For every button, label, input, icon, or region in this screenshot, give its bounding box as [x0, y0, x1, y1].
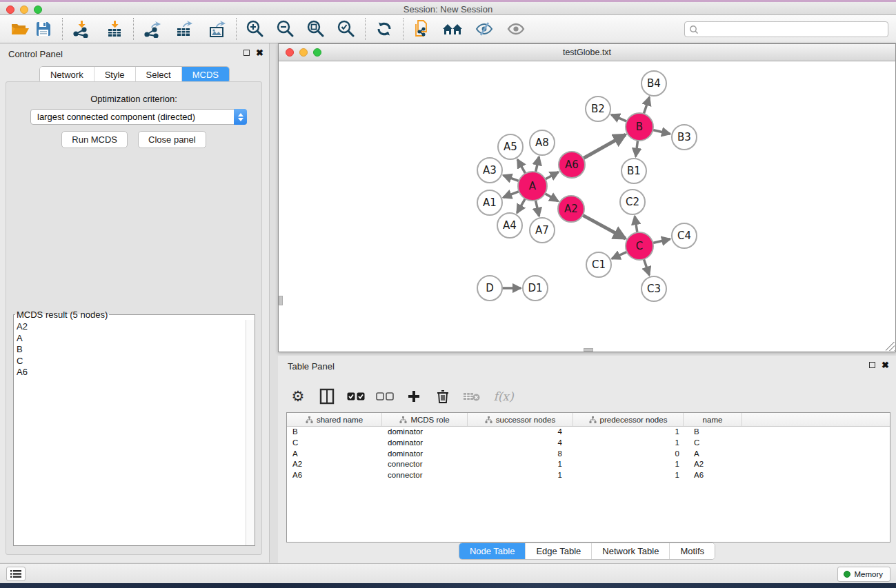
graph-node-B3[interactable]: B3 [672, 125, 697, 150]
graph-node-C2[interactable]: C2 [620, 190, 645, 214]
tab-select[interactable]: Select [135, 67, 181, 83]
edge-C-C3[interactable] [644, 259, 649, 275]
export-image-button[interactable] [206, 17, 229, 41]
edge-A-A5[interactable] [517, 159, 525, 173]
tab-network[interactable]: Network [40, 67, 94, 83]
tab-style[interactable]: Style [94, 67, 135, 83]
graph-node-B1[interactable]: B1 [621, 159, 646, 183]
show-details-button[interactable] [504, 17, 528, 41]
export-table-button[interactable] [172, 17, 196, 41]
float-panel-icon[interactable] [243, 50, 250, 56]
graph-node-B2[interactable]: B2 [586, 97, 610, 121]
graph-node-A[interactable]: A [518, 172, 547, 201]
horizontal-scroll-thumb[interactable] [584, 348, 593, 352]
graph-node-A8[interactable]: A8 [530, 130, 555, 155]
optimization-criterion-select[interactable]: largest connected component (directed) [30, 109, 247, 125]
edge-A-A2[interactable] [545, 194, 558, 201]
result-list-item[interactable]: B [17, 344, 246, 356]
edge-A6-B[interactable] [584, 134, 626, 158]
zoom-fit-button[interactable] [304, 17, 328, 41]
graph-node-A4[interactable]: A4 [497, 213, 522, 238]
edge-A-A8[interactable] [536, 156, 539, 172]
open-session-button[interactable] [8, 17, 32, 41]
edge-A-A6[interactable] [545, 172, 558, 179]
edge-C-C1[interactable] [612, 252, 627, 258]
search-input[interactable] [699, 25, 888, 34]
result-list-item[interactable]: A [17, 333, 246, 345]
edge-B-B3[interactable] [653, 130, 670, 134]
table-row[interactable]: Adominator80A [287, 449, 890, 460]
deselect-all-rows-button[interactable] [376, 387, 394, 405]
memory-button[interactable]: Memory [837, 567, 890, 582]
float-table-panel-icon[interactable] [869, 362, 875, 368]
table-row[interactable]: A6connector11A6 [287, 470, 890, 481]
column-header-MCDS-role[interactable]: MCDS role [382, 413, 468, 426]
graph-node-C1[interactable]: C1 [586, 252, 611, 277]
table-row[interactable]: A2connector11A2 [287, 459, 890, 470]
graph-node-D[interactable]: D [477, 276, 502, 301]
graph-node-B[interactable]: B [626, 113, 653, 141]
result-list-item[interactable]: C [17, 356, 246, 367]
column-header-shared-name[interactable]: shared name [287, 413, 382, 426]
edge-C-C4[interactable] [653, 239, 670, 243]
edge-B-B2[interactable] [611, 114, 626, 121]
zoom-out-button[interactable] [274, 17, 297, 41]
graph-node-A1[interactable]: A1 [477, 190, 502, 215]
graph-node-C3[interactable]: C3 [641, 276, 666, 301]
tab-network-table[interactable]: Network Table [591, 543, 669, 559]
task-history-button[interactable] [6, 567, 26, 581]
result-list-item[interactable]: A2 [17, 321, 246, 333]
select-all-rows-button[interactable] [347, 387, 365, 405]
delete-table-button[interactable] [463, 387, 481, 405]
result-list-item[interactable]: A6 [17, 367, 246, 378]
delete-columns-button[interactable] [434, 387, 452, 405]
show-columns-button[interactable] [318, 387, 336, 405]
table-row[interactable]: Bdominator41B [287, 427, 890, 438]
column-header-successor-nodes[interactable]: successor nodes [468, 413, 573, 426]
graph-node-A6[interactable]: A6 [559, 152, 585, 178]
edge-A-A7[interactable] [535, 201, 539, 216]
run-mcds-button[interactable]: Run MCDS [61, 131, 128, 148]
save-session-button[interactable] [32, 17, 55, 41]
table-row[interactable]: Cdominator41C [287, 438, 890, 449]
tab-node-table[interactable]: Node Table [459, 543, 526, 559]
edge-B-B4[interactable] [644, 97, 649, 114]
graph-node-B4[interactable]: B4 [641, 71, 666, 96]
graph-node-A2[interactable]: A2 [558, 196, 584, 222]
edge-A-A1[interactable] [504, 192, 519, 198]
edge-C-C2[interactable] [635, 216, 637, 232]
graph-node-A7[interactable]: A7 [530, 218, 555, 243]
export-network-button[interactable] [141, 17, 164, 41]
network-window-titlebar[interactable]: testGlobe.txt [279, 44, 895, 61]
refresh-button[interactable] [372, 17, 396, 41]
vertical-scroll-thumb[interactable] [279, 296, 283, 305]
import-network-button[interactable] [70, 17, 93, 41]
tab-motifs[interactable]: Motifs [669, 543, 715, 559]
close-panel-icon[interactable]: ✖ [256, 49, 263, 57]
home-view-button[interactable] [441, 17, 464, 41]
column-header-predecessor-nodes[interactable]: predecessor nodes [573, 413, 684, 426]
create-column-button[interactable] [405, 387, 423, 405]
close-panel-button[interactable]: Close panel [138, 131, 206, 148]
edge-A2-C[interactable] [583, 215, 626, 239]
graph-node-D1[interactable]: D1 [523, 276, 548, 301]
zoom-in-button[interactable] [243, 17, 267, 41]
tab-edge-table[interactable]: Edge Table [525, 543, 591, 559]
tab-mcds[interactable]: MCDS [181, 67, 229, 83]
function-builder-button[interactable]: f(x) [492, 387, 515, 405]
edge-A-A3[interactable] [504, 175, 519, 181]
result-scrollbar[interactable] [246, 320, 255, 545]
graph-node-A5[interactable]: A5 [498, 134, 523, 159]
hide-details-button[interactable] [472, 17, 496, 41]
close-table-panel-icon[interactable]: ✖ [882, 361, 889, 369]
duplicate-network-button[interactable] [410, 17, 434, 41]
network-canvas[interactable]: B4B2BB3A5A8A6A3AB1A1C2A4A7A2CC4C1C3DD1 [279, 61, 895, 352]
edge-B-B1[interactable] [636, 141, 638, 156]
import-table-button[interactable] [103, 17, 126, 41]
table-mode-settings-button[interactable]: ⚙ [289, 387, 307, 405]
zoom-selected-button[interactable] [335, 17, 358, 41]
resize-grip[interactable] [886, 342, 895, 351]
column-header-name[interactable]: name [684, 413, 742, 426]
graph-node-A3[interactable]: A3 [477, 158, 502, 183]
graph-node-C[interactable]: C [626, 232, 653, 260]
